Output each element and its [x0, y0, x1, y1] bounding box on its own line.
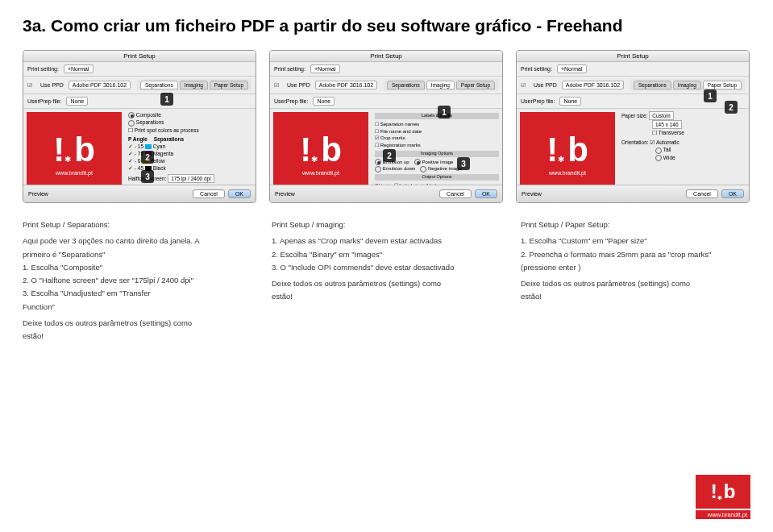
dialog-footer: Preview Cancel OK: [517, 185, 749, 202]
col1-intro1: Aqui pode ver 3 opções no canto direito …: [23, 235, 252, 247]
col1-i2: 2. O "Halftone screen" deve ser "175lpi …: [23, 275, 252, 286]
callout-1: 1: [438, 106, 451, 118]
tab-paper: Paper Setup: [210, 81, 248, 89]
col-imaging: Print Setup / Imaging: 1. Apenas as "Cro…: [272, 219, 501, 343]
pangle-head: P Angle: [128, 135, 148, 143]
col1-intro2: primeiro é "Separations": [23, 249, 252, 260]
use-ppd-label: Use PPD: [40, 82, 64, 88]
sep-head: Separations: [154, 135, 184, 143]
screenshot-row: Print Setup Print setting: +Normal ☑ Use…: [23, 50, 750, 203]
screenshot-paper: Print Setup Print setting: +Normal ☑Use …: [516, 50, 750, 203]
userprep-label: UserPrep file:: [27, 98, 61, 104]
userprep-value: None: [66, 97, 88, 106]
col1-leave1: Deixe todos os outros parâmetros (settin…: [23, 318, 252, 329]
col-paper: Print Setup / Paper Setup: 1. Escolha "C…: [521, 219, 750, 343]
col2-i1: 1. Apenas as "Crop marks" devem estar ac…: [272, 235, 501, 247]
screenshot-imaging: Print Setup Print setting: +Normal ☑Use …: [269, 50, 503, 203]
callout-2: 2: [725, 101, 738, 114]
composite-opt: Composite: [136, 112, 161, 118]
color-row-0: ✓ - 15 Cyan: [128, 143, 252, 150]
callout-3: 3: [141, 170, 154, 183]
col3-i2b: (pressione enter ): [521, 262, 750, 273]
callout-1: 1: [704, 89, 717, 102]
window-title: Print Setup: [517, 51, 749, 62]
header-row2: ☑ Use PPD Adobe PDF 3016.102 Separations…: [23, 77, 256, 94]
callout-2: 2: [141, 151, 154, 164]
col3-leave1: Deixe todos os outros parâmetros (settin…: [521, 278, 750, 289]
header-row1: Print setting: +Normal: [517, 62, 749, 77]
halftone-value: 175 lpi / 2400 dpi: [168, 174, 214, 183]
col2-heading: Print Setup / Imaging:: [272, 219, 501, 231]
preview-label: Preview: [28, 191, 48, 197]
dialog-footer: Preview Cancel OK: [23, 185, 256, 202]
col2-leave2: estão!: [272, 291, 501, 302]
print-setting-label: Print setting:: [27, 66, 59, 72]
col3-leave2: estão!: [521, 291, 750, 302]
col1-i3: 3. Escolha "Unadjusted" em "Transfer: [23, 288, 252, 299]
window-title: Print Setup: [23, 51, 256, 62]
footer-logo: !✱b www.brandit.pt: [696, 475, 750, 519]
callout-3: 3: [457, 157, 470, 170]
cancel-button: Cancel: [193, 189, 225, 198]
print-spot: Print spot colors as process: [135, 127, 199, 133]
callout-1: 1: [160, 93, 173, 106]
page-title: 3a. Como criar um ficheiro PDF a partir …: [23, 16, 750, 35]
col3-i1: 1. Escolha "Custom" em "Paper size": [521, 235, 750, 247]
col1-leave2: estão!: [23, 330, 252, 342]
header-row1: Print setting: +Normal: [270, 62, 502, 77]
header-row3: UserPrep file: None: [23, 94, 256, 109]
header-row1: Print setting: +Normal: [23, 62, 256, 77]
col1-i3b: Function": [23, 301, 252, 313]
header-row3: UserPrep file: None: [270, 94, 502, 109]
col2-leave1: Deixe todos os outros parâmetros (settin…: [272, 278, 501, 289]
tab-separations: Separations: [140, 81, 178, 89]
logo-url: www.brandit.pt: [56, 170, 93, 176]
print-setting-value: +Normal: [64, 64, 94, 73]
col1-heading: Print Setup / Separations:: [23, 219, 252, 231]
ok-button: OK: [228, 189, 251, 198]
dialog-footer: Preview Cancel OK: [270, 185, 502, 202]
col1-i1: 1. Escolha "Composite": [23, 262, 252, 273]
callout-2: 2: [383, 149, 396, 162]
col-separations: Print Setup / Separations: Aqui pode ver…: [23, 219, 252, 343]
col2-i2: 2. Escolha "Binary" em "Images": [272, 249, 501, 260]
footer-url: www.brandit.pt: [696, 510, 750, 519]
tab-imaging: Imaging: [180, 81, 208, 89]
tabs: Separations Imaging Paper Setup: [137, 79, 251, 91]
separations-opt: Separations: [136, 119, 164, 125]
col2-i3: 3. O "Include OPI commends" deve estar d…: [272, 262, 501, 273]
col3-heading: Print Setup / Paper Setup:: [521, 219, 750, 231]
col3-i2: 2. Preencha o formato mais 25mm para as …: [521, 249, 750, 260]
use-ppd-check: ☑: [27, 82, 35, 89]
window-title: Print Setup: [270, 51, 502, 62]
screenshot-separations: Print Setup Print setting: +Normal ☑ Use…: [23, 50, 256, 203]
header-row2: ☑Use PPD Adobe PDF 3016.102 Separations …: [270, 77, 502, 94]
ppd-name: Adobe PDF 3016.102: [69, 81, 131, 89]
instruction-columns: Print Setup / Separations: Aqui pode ver…: [23, 219, 750, 343]
